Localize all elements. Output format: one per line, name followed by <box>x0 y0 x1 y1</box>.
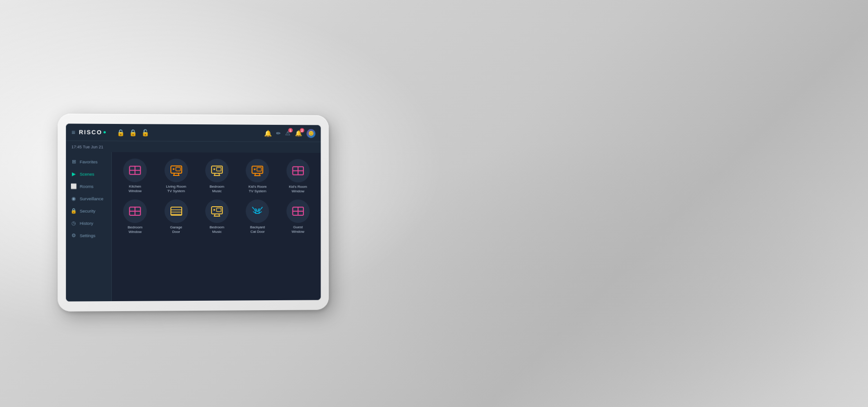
logo-dot <box>104 131 106 133</box>
app-logo: RISCO <box>79 129 106 136</box>
header-left: ≡ RISCO 🔒 🔒 🔓 <box>71 128 149 136</box>
surveillance-icon: ◉ <box>71 196 77 202</box>
sidebar-item-surveillance[interactable]: ◉ Surveillance <box>66 193 111 205</box>
scenes-icon: ▶ <box>71 171 77 177</box>
rooms-icon: ⬜ <box>71 183 77 189</box>
scene-kids-room-tv-label: Kid's RoomTV System <box>249 185 267 194</box>
sidebar-item-favorites[interactable]: ⊞ Favorites <box>66 156 111 168</box>
scene-bedroom-window[interactable]: BedroomWindow <box>116 199 154 235</box>
scene-bedroom-window-label: BedroomWindow <box>127 225 142 235</box>
sidebar: ⊞ Favorites ▶ Scenes ⬜ Rooms ◉ Surveilla… <box>66 152 112 302</box>
sidebar-item-history[interactable]: ◷ History <box>66 217 111 229</box>
edit-icon[interactable]: ✏ <box>276 130 281 136</box>
surveillance-label: Surveillance <box>80 196 103 201</box>
svg-rect-8 <box>176 167 180 171</box>
lock-red-icon[interactable]: 🔒 <box>117 129 125 136</box>
scene-bedroom-music-2-circle <box>205 199 229 223</box>
scenes-label: Scenes <box>80 171 94 176</box>
datetime-bar: 17:45 Tue Jun 21 <box>66 141 321 153</box>
alerts-badge: 1 <box>288 128 293 133</box>
scene-backyard-cat-door-circle <box>246 199 269 223</box>
scene-kids-room-window-label: Kid's RoomWindow <box>289 185 307 194</box>
scene-garage-door-label: GarageDoor <box>170 225 182 235</box>
scene-kitchen-window[interactable]: KitchenWindow <box>116 158 154 194</box>
favorites-label: Favorites <box>80 159 98 164</box>
svg-point-13 <box>213 168 215 170</box>
scene-bedroom-music-1-circle <box>205 159 229 182</box>
sidebar-item-rooms[interactable]: ⬜ Rooms <box>66 180 111 192</box>
scene-living-room-tv[interactable]: Living RoomTV System <box>157 159 195 194</box>
header-right: 🔔 ✏ ⚠ 1 🔔 2 😊 <box>264 128 316 137</box>
scenes-grid: KitchenWindow <box>116 158 316 234</box>
scene-guest-window-circle <box>286 199 309 223</box>
scene-backyard-cat-door-label: BackyardCat Door <box>250 225 265 235</box>
app-header: ≡ RISCO 🔒 🔒 🔓 🔔 ✏ ⚠ <box>66 123 321 142</box>
scene-bedroom-music-1[interactable]: BedroomMusic <box>198 159 236 194</box>
sidebar-item-scenes[interactable]: ▶ Scenes <box>66 168 111 180</box>
scene-bedroom-window-circle <box>123 199 147 223</box>
scene-kids-room-window-circle <box>286 159 309 183</box>
svg-rect-36 <box>217 208 221 212</box>
scene-living-room-tv-circle <box>165 159 188 182</box>
menu-icon[interactable]: ≡ <box>71 128 75 136</box>
bell-badge: 2 <box>300 128 304 133</box>
scene-kitchen-window-label: KitchenWindow <box>128 185 142 194</box>
scene-kids-room-tv[interactable]: Kid's RoomTV System <box>239 159 276 194</box>
rooms-label: Rooms <box>80 184 93 189</box>
settings-label: Settings <box>80 233 95 238</box>
main-content: ⊞ Favorites ▶ Scenes ⬜ Rooms ◉ Surveilla… <box>66 152 321 302</box>
scene-garage-door-circle <box>165 199 188 223</box>
favorites-icon: ⊞ <box>71 159 77 165</box>
scene-garage-door[interactable]: GarageDoor <box>157 199 195 235</box>
header-locks: 🔒 🔒 🔓 <box>117 129 150 136</box>
settings-icon: ⚙ <box>71 232 77 238</box>
scene-backyard-cat-door[interactable]: BackyardCat Door <box>239 199 276 235</box>
scenes-area: KitchenWindow <box>112 152 321 301</box>
svg-point-37 <box>255 209 257 211</box>
sidebar-item-settings[interactable]: ⚙ Settings <box>66 229 111 241</box>
lock-green-icon[interactable]: 🔓 <box>142 129 149 136</box>
lock-yellow-icon[interactable]: 🔒 <box>129 129 137 136</box>
security-icon: 🔒 <box>71 208 77 214</box>
scene-guest-window[interactable]: GuestWindow <box>279 199 316 234</box>
scene-kitchen-window-circle <box>123 158 147 182</box>
svg-rect-20 <box>257 167 262 171</box>
svg-point-7 <box>173 168 175 170</box>
user-avatar[interactable]: 😊 <box>307 129 316 138</box>
logo-text: RISCO <box>79 129 102 136</box>
svg-point-35 <box>213 209 215 211</box>
tablet-screen: ≡ RISCO 🔒 🔒 🔓 🔔 ✏ ⚠ <box>66 123 321 301</box>
scene-bedroom-music-2[interactable]: BedroomMusic <box>198 199 236 235</box>
scene-bedroom-music-2-label: BedroomMusic <box>210 225 224 235</box>
scene-kids-room-window[interactable]: Kid's RoomWindow <box>279 159 316 194</box>
security-label: Security <box>80 208 95 213</box>
scene-living-room-tv-label: Living RoomTV System <box>166 185 186 194</box>
alerts-icon[interactable]: ⚠ 1 <box>285 130 291 137</box>
scene-kids-room-tv-circle <box>246 159 269 182</box>
svg-rect-14 <box>217 167 221 171</box>
scene-guest-window-label: GuestWindow <box>292 225 304 235</box>
datetime-text: 17:45 Tue Jun 21 <box>71 145 103 149</box>
tablet-frame: ≡ RISCO 🔒 🔒 🔓 🔔 ✏ ⚠ <box>58 114 329 312</box>
notifications-icon[interactable]: 🔔 <box>264 129 272 137</box>
history-label: History <box>80 221 93 226</box>
sidebar-item-security[interactable]: 🔒 Security <box>66 205 111 217</box>
svg-point-19 <box>254 168 256 170</box>
svg-point-38 <box>259 209 260 211</box>
tablet-device: ≡ RISCO 🔒 🔒 🔓 🔔 ✏ ⚠ <box>58 114 329 312</box>
history-icon: ◷ <box>71 220 77 226</box>
scene-bedroom-music-1-label: BedroomMusic <box>210 185 224 194</box>
bell-icon[interactable]: 🔔 2 <box>295 130 302 137</box>
